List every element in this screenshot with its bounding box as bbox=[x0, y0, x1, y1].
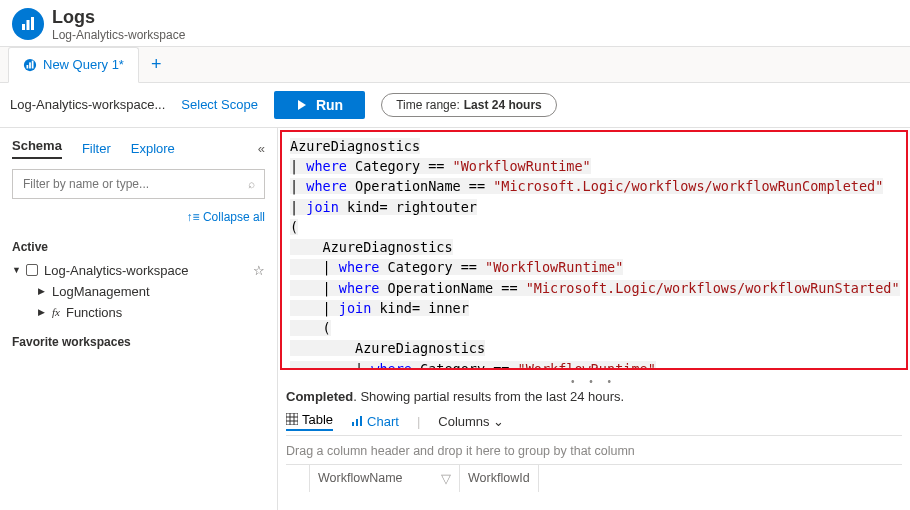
results-grid-header: WorkflowName ▽ WorkflowId bbox=[286, 464, 902, 492]
results-tab-table[interactable]: Table bbox=[286, 412, 333, 431]
query-icon bbox=[23, 58, 37, 72]
svg-rect-2 bbox=[31, 17, 34, 30]
column-header-workflowid[interactable]: WorkflowId bbox=[460, 465, 539, 492]
time-range-picker[interactable]: Time range: Last 24 hours bbox=[381, 93, 557, 117]
run-label: Run bbox=[316, 97, 343, 113]
svg-rect-4 bbox=[27, 65, 29, 69]
new-tab-button[interactable]: + bbox=[139, 54, 174, 75]
logs-app-icon bbox=[12, 8, 44, 40]
scope-breadcrumb[interactable]: Log-Analytics-workspace... bbox=[10, 97, 165, 112]
search-icon: ⌕ bbox=[248, 177, 255, 191]
workspace-label: Log-Analytics-workspace bbox=[44, 263, 189, 278]
chart-icon bbox=[351, 415, 363, 427]
play-icon bbox=[296, 99, 308, 111]
svg-rect-13 bbox=[356, 419, 358, 426]
workspace-node[interactable]: ▼ Log-Analytics-workspace ☆ bbox=[12, 260, 265, 281]
functions-label: Functions bbox=[66, 305, 122, 320]
query-editor[interactable]: AzureDiagnostics | where Category == "Wo… bbox=[280, 130, 908, 370]
svg-rect-12 bbox=[352, 422, 354, 426]
tree-log-management[interactable]: ▶ LogManagement bbox=[12, 281, 265, 302]
fx-icon: fx bbox=[52, 306, 60, 318]
time-range-label: Time range: bbox=[396, 98, 460, 112]
tab-schema[interactable]: Schema bbox=[12, 138, 62, 159]
svg-rect-5 bbox=[29, 62, 31, 68]
svg-rect-7 bbox=[286, 413, 298, 425]
log-management-label: LogManagement bbox=[52, 284, 150, 299]
svg-rect-6 bbox=[32, 60, 34, 68]
collapse-sidebar-icon[interactable]: « bbox=[258, 141, 265, 156]
active-section-label: Active bbox=[12, 240, 265, 254]
query-tab-active[interactable]: New Query 1* bbox=[8, 47, 139, 83]
collapse-all-link[interactable]: ↑≡ Collapse all bbox=[187, 210, 265, 224]
filter-icon[interactable]: ▽ bbox=[441, 471, 451, 486]
schema-filter-input[interactable] bbox=[12, 169, 265, 199]
tree-functions[interactable]: ▶ fx Functions bbox=[12, 302, 265, 323]
results-tab-chart[interactable]: Chart bbox=[351, 414, 399, 429]
workspace-icon bbox=[26, 264, 38, 276]
table-icon bbox=[286, 413, 298, 425]
favorites-section-label: Favorite workspaces bbox=[12, 335, 265, 349]
svg-rect-1 bbox=[27, 20, 30, 30]
svg-rect-0 bbox=[22, 24, 25, 30]
run-button[interactable]: Run bbox=[274, 91, 365, 119]
select-scope-link[interactable]: Select Scope bbox=[181, 97, 258, 112]
row-expander-header bbox=[286, 465, 310, 492]
group-by-hint[interactable]: Drag a column header and drop it here to… bbox=[286, 436, 902, 464]
favorite-star-icon[interactable]: ☆ bbox=[253, 263, 265, 278]
resize-handle[interactable]: • • • bbox=[286, 376, 902, 387]
query-tab-label: New Query 1* bbox=[43, 57, 124, 72]
time-range-value: Last 24 hours bbox=[464, 98, 542, 112]
chevron-down-icon: ⌄ bbox=[493, 414, 504, 429]
tab-explore[interactable]: Explore bbox=[131, 141, 175, 156]
tab-filter[interactable]: Filter bbox=[82, 141, 111, 156]
columns-dropdown[interactable]: Columns ⌄ bbox=[438, 414, 504, 429]
page-title: Logs bbox=[52, 8, 185, 28]
page-subtitle: Log-Analytics-workspace bbox=[52, 28, 185, 42]
column-header-workflowname[interactable]: WorkflowName ▽ bbox=[310, 465, 460, 492]
svg-rect-14 bbox=[360, 416, 362, 426]
status-message: Completed. Showing partial results from … bbox=[286, 387, 902, 412]
